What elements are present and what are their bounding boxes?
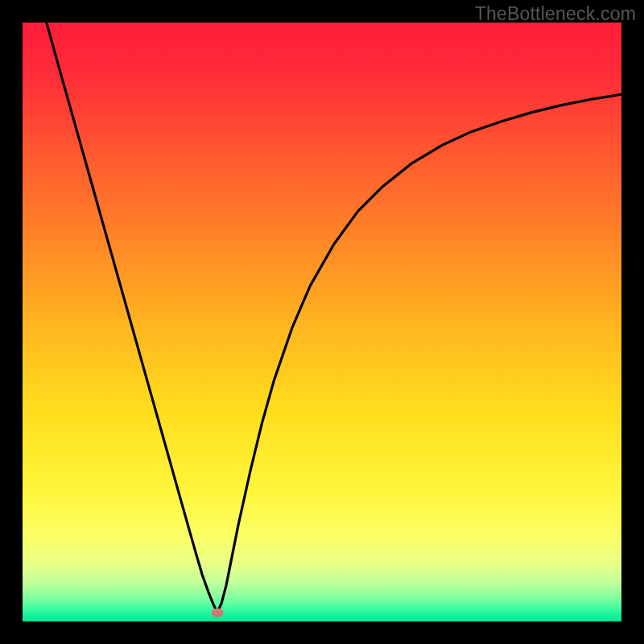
chart-svg bbox=[0, 0, 644, 644]
watermark-label: TheBottleneck.com bbox=[475, 3, 636, 25]
minimum-marker bbox=[211, 608, 223, 617]
chart-container: TheBottleneck.com bbox=[0, 0, 644, 644]
